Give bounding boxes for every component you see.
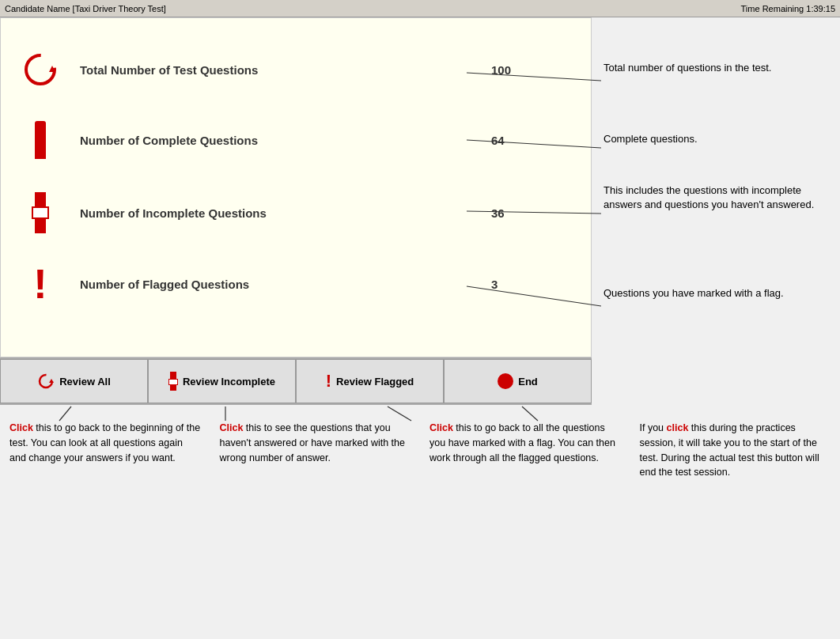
desc-end: If you click this during the practices s…	[630, 405, 841, 639]
annotation-complete: Complete questions.	[604, 132, 829, 146]
annotation-panel: Total number of questions in the test. C…	[592, 17, 840, 405]
stat-label-incomplete: Number of Incomplete Questions	[64, 206, 491, 220]
desc-review-all-click: Click	[9, 422, 33, 433]
complete-questions-icon	[17, 121, 64, 159]
desc-end-if: If you	[640, 422, 667, 433]
annotation-flagged: Questions you have marked with a flag.	[604, 286, 829, 301]
stat-row-incomplete: Number of Incomplete Questions 36	[17, 192, 554, 233]
desc-review-flagged-click: Click	[429, 422, 453, 433]
stat-label-complete: Number of Complete Questions	[64, 134, 491, 147]
stat-label-flagged: Number of Flagged Questions	[64, 278, 491, 291]
total-questions-icon	[17, 50, 64, 89]
annotation-total: Total number of questions in the test.	[604, 61, 829, 75]
window-title: Candidate Name [Taxi Driver Theory Test]	[5, 4, 166, 13]
end-icon	[498, 373, 513, 389]
review-all-button[interactable]: Review All	[0, 359, 148, 403]
flagged-questions-icon: !	[17, 263, 64, 304]
desc-end-click: click	[667, 422, 689, 433]
stat-value-flagged: 3	[491, 278, 554, 291]
stat-row-total: Total Number of Test Questions 100	[17, 50, 554, 89]
desc-review-flagged-text: this to go back to all the questions you…	[429, 422, 615, 463]
stat-value-complete: 64	[491, 134, 554, 147]
incomplete-questions-icon	[17, 192, 64, 233]
annotation-complete-text: Complete questions.	[604, 132, 829, 146]
stat-row-complete: Number of Complete Questions 64	[17, 121, 554, 159]
stat-value-incomplete: 36	[491, 206, 554, 220]
stat-row-flagged: ! Number of Flagged Questions 3	[17, 263, 554, 304]
stat-label-total: Total Number of Test Questions	[64, 63, 491, 77]
desc-review-flagged: Click this to go back to all the questio…	[420, 405, 630, 639]
stat-value-total: 100	[491, 63, 554, 77]
annotation-incomplete: This includes the questions with incompl…	[604, 183, 829, 212]
desc-review-incomplete-text: this to see the questions that you haven…	[220, 422, 405, 463]
review-incomplete-button[interactable]: Review Incomplete	[148, 359, 296, 403]
title-bar: Candidate Name [Taxi Driver Theory Test]…	[0, 0, 840, 17]
description-area: Click this to go back to the beginning o…	[0, 405, 840, 639]
review-flagged-button[interactable]: ! Review Flagged	[296, 359, 444, 403]
annotation-incomplete-text: This includes the questions with incompl…	[604, 183, 829, 212]
annotation-flagged-text: Questions you have marked with a flag.	[604, 286, 829, 301]
time-remaining: Time Remaining 1:39:15	[741, 4, 835, 13]
desc-review-incomplete-click: Click	[220, 422, 244, 433]
desc-review-all: Click this to go back to the beginning o…	[0, 405, 210, 639]
exam-content-area: Total Number of Test Questions 100 Numbe…	[0, 17, 592, 357]
annotation-total-text: Total number of questions in the test.	[604, 61, 829, 75]
review-flagged-icon: !	[326, 372, 331, 390]
end-button[interactable]: End	[444, 359, 592, 403]
desc-review-all-text: this to go back to the beginning of the …	[9, 422, 200, 463]
review-incomplete-icon	[168, 372, 178, 391]
desc-review-incomplete: Click this to see the questions that you…	[210, 405, 421, 639]
review-all-icon	[37, 372, 55, 390]
svg-marker-3	[49, 379, 54, 383]
toolbar: Review All Review Incomplete ! Review Fl…	[0, 357, 592, 405]
